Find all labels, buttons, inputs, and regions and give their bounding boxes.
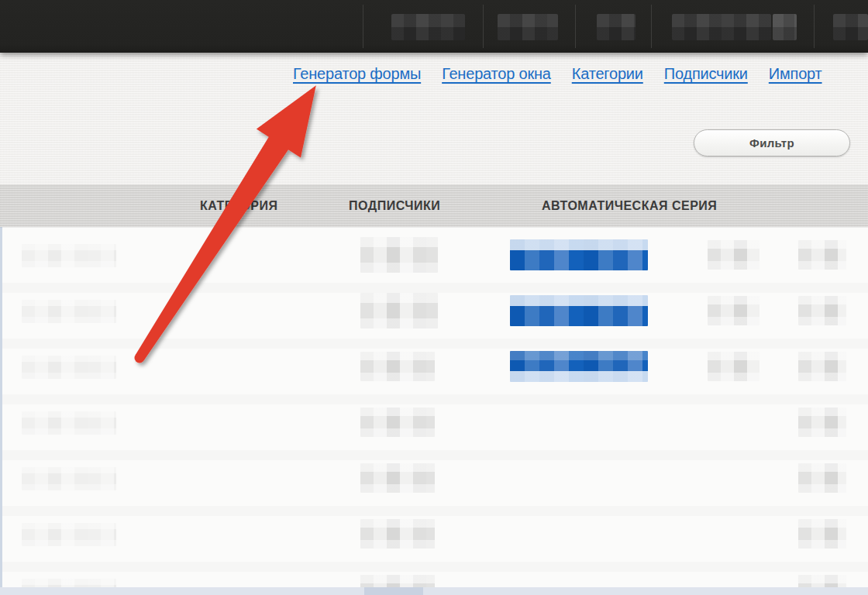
table-row [0,450,868,506]
nav-link-import[interactable]: Импорт [769,65,822,83]
topbar-divider [651,5,652,48]
table-row [0,227,868,283]
table-row [0,283,868,339]
subnav: Генератор формы Генератор окна Категории… [293,65,822,87]
category-cell-redacted [22,523,116,546]
subscribers-count-redacted [360,463,435,493]
column-header-category: КАТЕГОРИЯ [200,184,277,227]
row-actions-redacted[interactable] [798,575,846,587]
series-status-redacted [708,296,760,325]
table-left-edge [0,227,2,587]
topbar-item-redacted-3[interactable] [597,14,636,40]
table-row [0,506,868,562]
row-actions-redacted[interactable] [798,296,846,325]
table-body [0,227,868,587]
topbar-item-redacted-5[interactable] [833,14,868,40]
filter-button[interactable]: Фильтр [694,129,850,156]
subscribers-count-redacted [360,575,435,587]
topbar-item-redacted-4[interactable] [672,14,771,40]
app-window: Генератор формы Генератор окна Категории… [0,0,868,595]
nav-link-form-generator[interactable]: Генератор формы [293,65,421,83]
row-actions-redacted[interactable] [798,352,846,381]
subscribers-count-redacted [360,352,435,381]
topbar-divider [575,5,576,48]
table-header: КАТЕГОРИЯ ПОДПИСЧИКИ АВТОМАТИЧЕСКАЯ СЕРИ… [0,184,868,227]
table-row [0,562,868,587]
category-cell-redacted [22,467,116,490]
subscribers-count-redacted [360,519,435,549]
subscribers-count-redacted [360,237,438,273]
auto-series-link-redacted[interactable] [510,295,648,326]
category-cell-redacted [22,411,116,435]
category-cell-redacted [22,300,116,323]
row-actions-redacted[interactable] [798,408,846,437]
footer-band [0,587,868,595]
category-cell-redacted [22,244,116,267]
row-actions-redacted[interactable] [798,240,846,270]
table-row [0,394,868,450]
nav-link-categories[interactable]: Категории [572,65,643,83]
category-cell-redacted [22,579,116,587]
column-header-subscribers: ПОДПИСЧИКИ [349,184,440,227]
subscribers-count-redacted [360,293,438,328]
series-status-redacted [708,352,760,381]
column-header-auto-series: АВТОМАТИЧЕСКАЯ СЕРИЯ [542,184,717,227]
subscribers-count-redacted [360,408,435,437]
topbar-item-redacted-1[interactable] [391,14,465,40]
topbar [0,0,868,53]
category-cell-redacted [22,356,116,379]
nav-link-window-generator[interactable]: Генератор окна [442,65,551,83]
table-row [0,339,868,394]
topbar-item-redacted-2[interactable] [498,14,558,40]
series-status-redacted [708,240,760,270]
auto-series-link-redacted[interactable] [510,351,648,382]
topbar-divider [814,5,815,48]
row-actions-redacted[interactable] [798,519,846,549]
topbar-item-redacted-4-badge[interactable] [773,14,797,40]
auto-series-link-redacted[interactable] [510,239,648,270]
footer-chip [364,587,423,595]
topbar-divider [363,5,363,48]
nav-link-subscribers[interactable]: Подписчики [664,65,748,83]
topbar-divider [483,5,484,48]
row-actions-redacted[interactable] [798,463,846,493]
